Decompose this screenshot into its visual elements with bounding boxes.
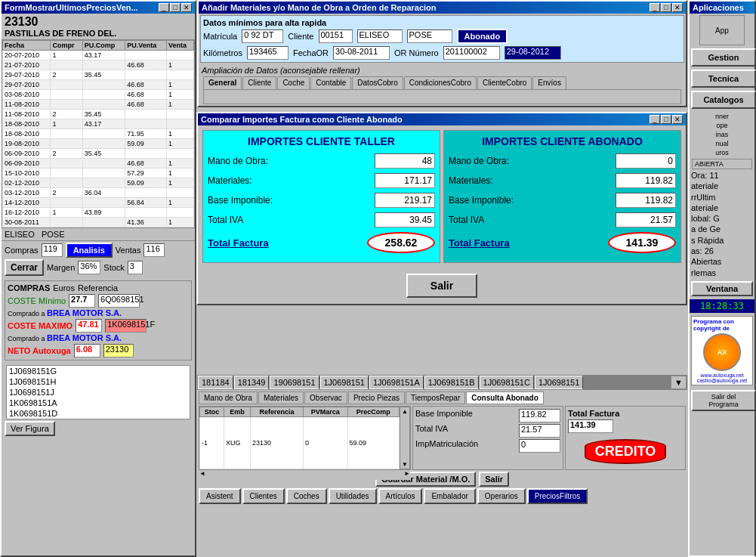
right-info-boxes: ABIERTA Ora: 11 ateriale rrUltim aterial…: [691, 159, 753, 278]
compare-min-btn[interactable]: _: [650, 115, 660, 124]
tab-contable[interactable]: Contable: [310, 76, 351, 89]
salir-main-btn[interactable]: Salir: [479, 472, 509, 487]
ver-figura-btn[interactable]: Ver Figura: [5, 421, 55, 436]
equiv-bar-item[interactable]: 181349: [234, 376, 270, 389]
compare-right-lbl-0: Mano de Obra:: [449, 156, 509, 166]
equiv-scroll-arrow[interactable]: ▼: [671, 376, 687, 389]
form-mostrar-title: FormMostrarUltimosPreciosVen...: [5, 3, 138, 12]
bottom-tab-0[interactable]: Mano de Obra: [199, 391, 258, 404]
scroll-up-arrow[interactable]: ▲: [401, 407, 409, 416]
bottom-tabs-bar: Mano de ObraMaterialesObservacPrecio Pie…: [199, 391, 686, 404]
equiv-bar-item[interactable]: 181184: [198, 376, 233, 389]
salir-programa-btn[interactable]: Salir del Programa: [691, 390, 756, 411]
cliente-surname-field[interactable]: POSE: [407, 29, 452, 43]
cerrar-btn[interactable]: Cerrar: [5, 259, 44, 276]
close-btn[interactable]: ✕: [181, 3, 192, 12]
stock-value: 3: [128, 261, 143, 274]
tab-cliente[interactable]: Cliente: [242, 76, 276, 89]
footer-btn-coches[interactable]: Coches: [286, 488, 327, 504]
km-label: Kilómetros: [203, 48, 242, 57]
anadir-title: Añadir Materiales y/o Mano de Obra a Ord…: [202, 3, 437, 12]
compare-val-2: 219.17: [375, 193, 435, 208]
table-cell: 1: [166, 198, 193, 208]
euros-label: Euros: [53, 283, 75, 292]
equiv-bar-item[interactable]: 1J0698151B: [424, 376, 479, 389]
equiv-item[interactable]: 1K0698151D: [7, 408, 190, 419]
bottom-col-preccomp: PrecComp: [347, 407, 400, 417]
right-logo-area: Programa con copyright de AX www.autoxug…: [691, 316, 753, 385]
equiv-bar-item[interactable]: 1J0698151: [535, 376, 583, 389]
footer-btn-clientes[interactable]: Clientes: [242, 488, 285, 504]
programa-text: Programa con copyright de: [693, 318, 751, 332]
equiv-bar-item[interactable]: 1J0698151C: [480, 376, 534, 389]
maximize-btn[interactable]: □: [170, 3, 181, 12]
fechaor-field[interactable]: 30-08-2011: [333, 46, 390, 60]
anadir-max-btn[interactable]: □: [661, 3, 671, 12]
ventana-btn[interactable]: Ventana: [691, 281, 753, 296]
bottom-col-stoc: Stoc: [200, 407, 224, 417]
compare-salir-btn[interactable]: Salir: [406, 274, 477, 298]
col-pucomp: PU.Comp: [82, 41, 125, 51]
footer-btn-artculos[interactable]: Artículos: [378, 488, 423, 504]
compare-close-btn[interactable]: ✕: [672, 115, 683, 124]
right-label-ope: ope: [691, 121, 753, 130]
equiv-bar-item[interactable]: 190698151: [270, 376, 319, 389]
gestion-btn[interactable]: Gestion: [691, 48, 756, 67]
footer-btn-preciosfiltros[interactable]: PreciosFiltros: [527, 488, 588, 504]
bottom-table-cell: 59.09: [347, 417, 400, 469]
table-cell: 46.68: [125, 60, 167, 70]
tab-datoscobro[interactable]: DatosCobro: [352, 76, 403, 89]
tab-clientecobro[interactable]: ClienteCobro: [477, 76, 532, 89]
anadir-close-btn[interactable]: ✕: [672, 3, 683, 12]
customer-name1: ELISEO: [5, 230, 35, 239]
analisis-btn[interactable]: Analisis: [66, 243, 113, 258]
equiv-item[interactable]: 1J0698151H: [7, 376, 190, 387]
compare-right-title: IMPORTES CLIENTE ABONADO: [449, 135, 676, 147]
equiv-item[interactable]: 1K0698151A: [7, 398, 190, 408]
scroll-left-arrow[interactable]: ◄: [199, 470, 205, 480]
equiv-bar-item[interactable]: 1J0698151: [320, 376, 369, 389]
equiv-bar-item[interactable]: 1J0698151A: [369, 376, 424, 389]
footer-btn-embalador[interactable]: Embalador: [424, 488, 475, 504]
equiv-item[interactable]: 1J0698151J: [7, 387, 190, 398]
tecnica-btn[interactable]: Tecnica: [691, 70, 756, 88]
ornumero-field[interactable]: 201100002: [443, 46, 500, 60]
h-scrollbar[interactable]: ◄ ►: [199, 469, 410, 480]
tab-coche[interactable]: Coche: [277, 76, 310, 89]
abonado-btn[interactable]: Abonado: [457, 29, 508, 44]
table-cell: [125, 208, 167, 218]
bottom-tab-2[interactable]: Observac: [304, 391, 347, 404]
anadir-min-btn[interactable]: _: [650, 3, 660, 12]
table-cell: 36.04: [82, 188, 125, 198]
bottom-tab-1[interactable]: Materiales: [258, 391, 304, 404]
table-row: 19-08-201059.091: [3, 139, 194, 149]
scroll-right-arrow[interactable]: ►: [404, 470, 410, 480]
tab-general[interactable]: General: [203, 76, 242, 89]
catalogos-btn[interactable]: Catalogos: [691, 91, 756, 109]
table-cell: [125, 119, 167, 129]
footer-btn-operarios[interactable]: Operarios: [477, 488, 526, 504]
bottom-tab-5[interactable]: Consulta Abonado: [466, 391, 544, 404]
cliente-name-field[interactable]: ELISEO: [357, 29, 403, 43]
table-scrollbar[interactable]: ▲ ▼: [400, 407, 410, 469]
compare-titlebar: Comparar Importes Factura como Cliente A…: [198, 113, 686, 125]
equiv-item[interactable]: 1J0698151G: [7, 366, 190, 376]
scroll-down-arrow[interactable]: ▼: [401, 460, 409, 469]
bottom-tab-4[interactable]: TiemposRepar: [406, 391, 465, 404]
tab-envos[interactable]: Envíos: [532, 76, 566, 89]
bottom-tab-3[interactable]: Precio Piezas: [348, 391, 405, 404]
table-cell: [51, 218, 82, 227]
right-info-text: Ora: 11 ateriale rrUltim ateriale lobal:…: [691, 170, 753, 278]
km-field[interactable]: 193465: [247, 46, 289, 60]
neto-label: NETO Autoxuga: [8, 346, 71, 355]
footer-btn-utilidades[interactable]: Utilidades: [329, 488, 377, 504]
compare-max-btn[interactable]: □: [661, 115, 671, 124]
cliente-field[interactable]: 00151: [319, 29, 353, 43]
matricula-field[interactable]: 0 92 DT: [242, 29, 283, 43]
minimize-btn[interactable]: _: [159, 3, 169, 12]
tab-condicionescobro[interactable]: CondicionesCobro: [404, 76, 477, 89]
base-imponible-row: Base Imponible 119.82: [415, 409, 560, 422]
table-cell: [82, 169, 125, 178]
table-cell: 30-08-2011: [3, 218, 51, 227]
footer-btn-asistent[interactable]: Asistent: [199, 488, 241, 504]
